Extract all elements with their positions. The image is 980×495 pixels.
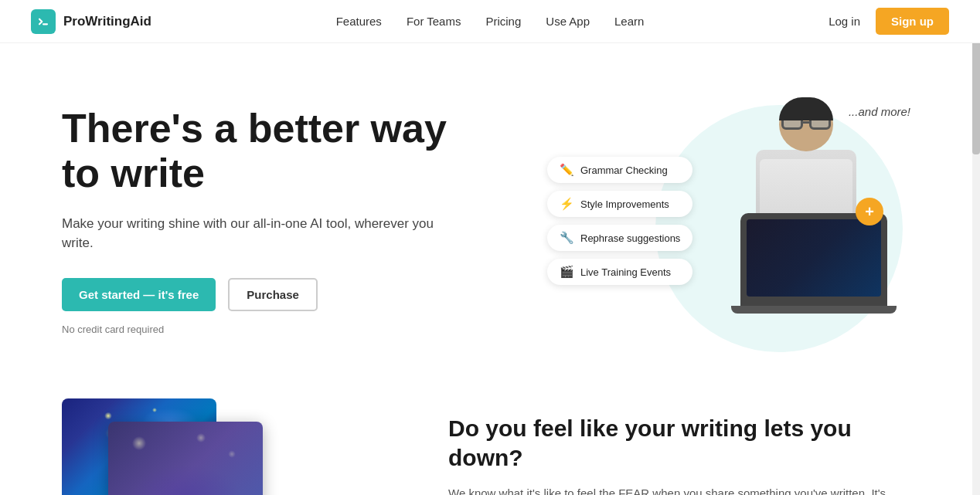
nav-for-teams[interactable]: For Teams [407,15,461,28]
get-started-button[interactable]: Get started — it's free [62,278,216,311]
login-link[interactable]: Log in [829,15,860,28]
section2: My idea in my head Do you feel like your… [0,383,980,495]
rephrase-icon: 🔧 [560,231,574,245]
section2-title: Do you feel like your writing lets you d… [448,414,918,472]
hero-left: There's a better way to write Make your … [62,107,464,334]
grammar-icon: ✏️ [560,163,574,177]
purchase-button[interactable]: Purchase [228,278,318,311]
training-label: Live Training Events [580,266,671,278]
feature-pill-training: 🎬 Live Training Events [547,259,692,285]
scrollbar[interactable] [972,0,980,495]
nav-right: Log in Sign up [829,8,949,35]
plus-badge: + [856,198,883,225]
style-label: Style Improvements [580,198,669,210]
overlay-card: My idea in my head [108,422,263,495]
nav-learn[interactable]: Learn [614,15,644,28]
navigation: ProWritingAid Features For Teams Pricing… [0,0,980,43]
nav-pricing[interactable]: Pricing [485,15,521,28]
hero-subtitle: Make your writing shine with our all-in-… [62,214,464,253]
signup-button[interactable]: Sign up [876,8,949,35]
section2-left: My idea in my head [62,398,386,495]
brand-name: ProWritingAid [63,14,151,29]
section2-right: Do you feel like your writing lets you d… [448,398,918,495]
training-icon: 🎬 [560,265,574,279]
nav-links: Features For Teams Pricing Use App Learn [336,15,645,29]
style-icon: ⚡ [560,197,574,211]
nav-features[interactable]: Features [336,15,382,28]
starry-night-container: My idea in my head [62,398,356,495]
grammar-label: Grammar Checking [580,164,668,176]
section2-text: We know what it's like to feel the FEAR … [448,484,918,495]
feature-pills: ✏️ Grammar Checking ⚡ Style Improvements… [547,157,692,285]
nav-use-app[interactable]: Use App [546,15,590,28]
feature-pill-grammar: ✏️ Grammar Checking [547,157,692,183]
no-credit-card-text: No credit card required [62,324,464,335]
feature-pill-style: ⚡ Style Improvements [547,191,692,217]
hero-section: There's a better way to write Make your … [0,43,980,383]
hero-title: There's a better way to write [62,107,464,195]
logo[interactable]: ProWritingAid [31,9,151,34]
rephrase-label: Rephrase suggestions [580,232,680,244]
logo-icon [31,9,56,34]
feature-pill-rephrase: 🔧 Rephrase suggestions [547,225,692,251]
hero-buttons: Get started — it's free Purchase [62,278,464,311]
hero-right: ✏️ Grammar Checking ⚡ Style Improvements… [547,90,918,352]
